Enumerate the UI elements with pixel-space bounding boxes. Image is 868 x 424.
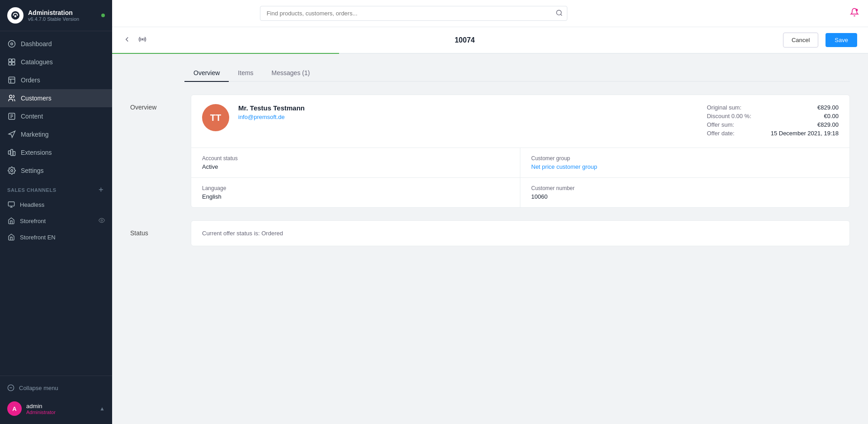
discount-value: €0.00 <box>824 113 839 119</box>
sidebar-item-label: Storefront <box>20 218 46 224</box>
svg-line-27 <box>561 14 562 15</box>
sidebar-item-orders[interactable]: Orders <box>0 71 112 89</box>
sidebar-item-extensions[interactable]: Extensions <box>0 143 112 162</box>
status-text: Current offer status is: Ordered <box>191 221 849 246</box>
search-button[interactable] <box>556 9 563 18</box>
svg-point-3 <box>11 43 13 45</box>
customer-name: Mr. Testus Testmann <box>238 104 698 112</box>
offer-date-label: Offer date: <box>707 130 734 137</box>
sidebar-item-label: Customers <box>21 95 52 102</box>
svg-rect-5 <box>12 59 15 62</box>
status-dot <box>101 14 105 17</box>
sidebar-item-label: Content <box>21 113 43 120</box>
back-icon <box>123 35 131 43</box>
topbar <box>112 0 868 27</box>
sidebar-item-dashboard[interactable]: Dashboard <box>0 35 112 53</box>
offer-date-value: 15 December 2021, 19:18 <box>771 130 839 137</box>
app-name: Administration <box>28 9 97 17</box>
svg-point-28 <box>855 9 858 11</box>
customer-group-value[interactable]: Net price customer group <box>531 163 839 170</box>
sidebar-item-label: Orders <box>21 76 40 84</box>
sidebar-item-settings[interactable]: Settings <box>0 162 112 180</box>
sidebar-item-catalogues[interactable]: Catalogues <box>0 53 112 71</box>
bell-icon <box>850 8 859 17</box>
cancel-button[interactable]: Cancel <box>783 33 818 48</box>
user-info[interactable]: A admin Administrator ▲ <box>7 399 105 419</box>
sidebar-item-marketing[interactable]: Marketing <box>0 125 112 143</box>
svg-point-1 <box>14 15 17 18</box>
offer-sum-value: €829.00 <box>817 121 839 128</box>
svg-rect-17 <box>11 149 13 156</box>
overview-section-label: Overview <box>130 95 180 208</box>
page-title: 10074 <box>154 36 776 44</box>
sidebar-item-customers[interactable]: Customers <box>0 89 112 107</box>
original-sum-value: €829.00 <box>817 104 839 111</box>
storefront-en-icon <box>7 233 15 241</box>
discount-label: Discount 0.00 %: <box>707 113 751 119</box>
search-input[interactable] <box>260 6 567 21</box>
sidebar-item-headless[interactable]: Headless <box>0 196 112 213</box>
svg-point-19 <box>11 170 13 172</box>
sidebar-item-label: Catalogues <box>21 58 53 66</box>
app-info: Administration v6.4.7.0 Stable Version <box>28 9 97 22</box>
customer-email[interactable]: info@premsoft.de <box>238 114 698 120</box>
collapse-icon <box>7 384 14 391</box>
svg-rect-4 <box>9 59 11 62</box>
customers-icon <box>7 94 16 103</box>
settings-icon <box>7 166 16 175</box>
user-avatar: A <box>7 401 22 416</box>
sidebar-item-label: Settings <box>21 167 44 174</box>
tab-messages[interactable]: Messages (1) <box>263 65 319 82</box>
svg-point-26 <box>557 10 561 15</box>
svg-rect-20 <box>8 202 14 206</box>
status-card: Current offer status is: Ordered <box>191 220 850 246</box>
svg-rect-18 <box>13 152 15 156</box>
user-chevron-icon: ▲ <box>99 405 105 412</box>
sidebar: Administration v6.4.7.0 Stable Version D… <box>0 0 112 424</box>
customer-sums: Original sum: €829.00 Discount 0.00 %: €… <box>707 104 839 138</box>
account-status-label: Account status <box>202 155 509 162</box>
tab-items[interactable]: Items <box>229 65 262 82</box>
account-status-cell: Account status Active <box>191 148 520 178</box>
sidebar-nav: Dashboard Catalogues Orders Customers <box>0 31 112 376</box>
svg-rect-8 <box>9 77 15 83</box>
sidebar-item-label: Extensions <box>21 149 52 156</box>
add-sales-channel-button[interactable]: ＋ <box>97 185 105 195</box>
storefront-icon <box>7 217 15 225</box>
marketing-icon <box>7 130 16 139</box>
language-cell: Language English <box>191 178 520 207</box>
app-version: v6.4.7.0 Stable Version <box>28 16 97 22</box>
sidebar-item-label: Headless <box>20 201 44 208</box>
svg-point-2 <box>9 41 15 48</box>
collapse-menu-button[interactable]: Collapse menu <box>7 381 105 394</box>
notification-button[interactable] <box>850 8 859 19</box>
sidebar-item-content[interactable]: Content <box>0 107 112 125</box>
extensions-icon <box>7 148 16 157</box>
language-value: English <box>202 193 509 200</box>
offer-sum-label: Offer sum: <box>707 121 734 128</box>
search-icon <box>556 9 563 16</box>
sidebar-item-storefront[interactable]: Storefront <box>0 213 112 229</box>
svg-point-29 <box>142 38 143 40</box>
sidebar-item-storefront-en[interactable]: Storefront EN <box>0 229 112 245</box>
overview-details: Account status Active Customer group Net… <box>191 148 849 207</box>
broadcast-button[interactable] <box>138 35 146 45</box>
topbar-right <box>850 8 859 19</box>
content-area: Overview Items Messages (1) Overview TT … <box>112 54 868 424</box>
user-role: Administrator <box>26 410 95 415</box>
sales-channels-section: Sales Channels ＋ <box>0 180 112 196</box>
customer-number-value: 10060 <box>531 193 839 200</box>
customer-group-cell: Customer group Net price customer group <box>520 148 849 178</box>
storefront-eye-icon[interactable] <box>99 217 105 225</box>
back-button[interactable] <box>123 35 131 45</box>
svg-point-11 <box>9 95 12 98</box>
save-button[interactable]: Save <box>826 33 857 47</box>
svg-rect-16 <box>9 151 11 154</box>
broadcast-icon <box>138 35 146 43</box>
customer-number-cell: Customer number 10060 <box>520 178 849 207</box>
tabs: Overview Items Messages (1) <box>184 65 850 82</box>
tab-overview[interactable]: Overview <box>184 65 229 82</box>
svg-rect-7 <box>12 62 15 65</box>
language-label: Language <box>202 185 509 191</box>
svg-point-23 <box>101 219 103 221</box>
